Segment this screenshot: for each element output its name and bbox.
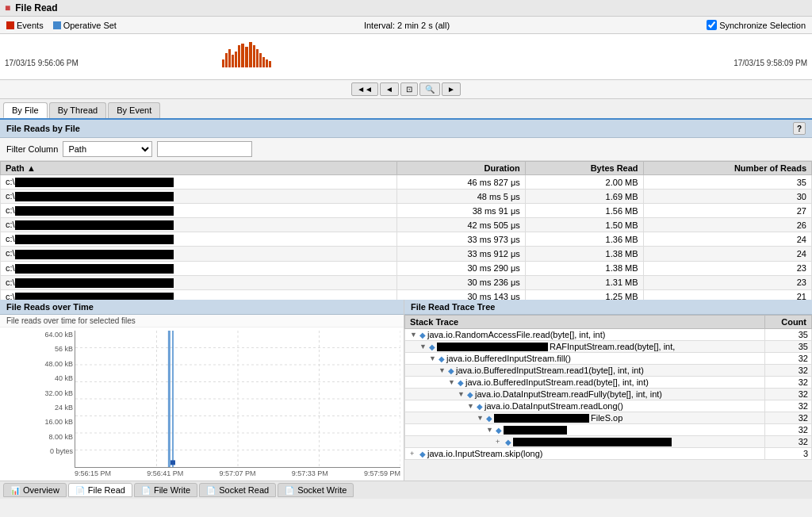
reads-over-time-title: File Reads over Time bbox=[6, 302, 94, 312]
path-cell: c:\ bbox=[1, 190, 397, 204]
bytes-cell: 1.38 MB bbox=[525, 247, 643, 261]
nav-back-far[interactable]: ◄◄ bbox=[351, 82, 378, 96]
trace-row[interactable]: + ◆ java.io.InputStream.skip(long) 3 bbox=[405, 448, 812, 460]
trace-icon: ◆ bbox=[486, 414, 492, 423]
filter-bar: Filter Column Path Duration Bytes Read N… bbox=[0, 138, 812, 161]
count-cell: 35 bbox=[765, 341, 812, 353]
socket-write-icon: 📄 bbox=[285, 486, 294, 495]
table-row[interactable]: c:\ 38 ms 91 μs 1.56 MB 27 bbox=[1, 204, 812, 218]
svg-rect-6 bbox=[241, 44, 244, 67]
trace-row[interactable]: + ◆ 32 bbox=[405, 436, 812, 448]
stack-trace-cell: ▼ ◆ java.io.BufferedInputStream.read(byt… bbox=[405, 377, 765, 389]
tab-by-event[interactable]: By Event bbox=[108, 102, 160, 118]
expand-icon[interactable]: ▼ bbox=[419, 343, 427, 350]
svg-rect-7 bbox=[245, 47, 248, 67]
bottom-tab-socket-read[interactable]: 📄 Socket Read bbox=[199, 483, 276, 497]
filter-input[interactable] bbox=[157, 141, 252, 157]
table-row[interactable]: c:\ 48 ms 5 μs 1.69 MB 30 bbox=[1, 190, 812, 204]
expand-icon[interactable]: ▼ bbox=[477, 414, 485, 422]
expand-icon[interactable]: ▼ bbox=[429, 354, 437, 362]
trace-row[interactable]: ▼ ◆ java.io.BufferedInputStream.read(byt… bbox=[405, 377, 812, 389]
sync-checkbox[interactable] bbox=[707, 20, 717, 30]
count-cell: 3 bbox=[765, 448, 812, 460]
expand-icon[interactable]: + bbox=[496, 438, 504, 446]
operative-legend-box bbox=[53, 21, 61, 29]
bottom-tab-file-write[interactable]: 📄 File Write bbox=[134, 483, 197, 497]
overview-icon: 📊 bbox=[10, 486, 20, 495]
path-cell: c:\ bbox=[1, 218, 397, 232]
trace-icon: ◆ bbox=[439, 354, 445, 363]
col-duration[interactable]: Duration bbox=[397, 162, 526, 175]
bottom-tab-file-read[interactable]: 📄 File Read bbox=[68, 483, 132, 497]
path-cell: c:\ bbox=[1, 175, 397, 190]
col-count[interactable]: Count bbox=[765, 316, 812, 329]
nav-zoom-fit[interactable]: ⊡ bbox=[400, 82, 418, 96]
trace-row[interactable]: ▼ ◆ java.io.BufferedInputStream.fill() 3… bbox=[405, 353, 812, 365]
trace-table: Stack Trace Count ▼ ◆ java.io.RandomAcce… bbox=[404, 315, 812, 460]
reads-cell: 23 bbox=[643, 261, 811, 275]
title-icon: ■ bbox=[5, 2, 10, 13]
bytes-cell: 1.38 MB bbox=[525, 261, 643, 275]
trace-row[interactable]: ▼ ◆ java.io.BufferedInputStream.read1(by… bbox=[405, 365, 812, 377]
right-panel: File Read Trace Tree Stack Trace Count ▼… bbox=[404, 300, 812, 481]
tab-by-thread[interactable]: By Thread bbox=[49, 102, 107, 118]
trace-row[interactable]: ▼ ◆ java.io.DataInputStream.readLong() 3… bbox=[405, 400, 812, 412]
expand-icon[interactable]: ▼ bbox=[448, 378, 456, 386]
svg-rect-5 bbox=[238, 45, 240, 67]
count-cell: 32 bbox=[765, 365, 812, 377]
timeline-container: 17/03/15 9:56:06 PM 17/03/15 9:58:09 PM bbox=[0, 34, 812, 80]
table-row[interactable]: c:\ 42 ms 505 μs 1.50 MB 26 bbox=[1, 218, 812, 232]
expand-icon[interactable]: ▼ bbox=[486, 426, 494, 434]
trace-row[interactable]: ▼ ◆ FileS.op 32 bbox=[405, 412, 812, 424]
table-row[interactable]: c:\ 33 ms 912 μs 1.38 MB 24 bbox=[1, 247, 812, 261]
expand-icon[interactable]: + bbox=[410, 450, 418, 458]
table-row[interactable]: c:\ 46 ms 827 μs 2.00 MB 35 bbox=[1, 175, 812, 190]
sync-label: Synchronize Selection bbox=[719, 21, 806, 30]
timeline-start: 17/03/15 9:56:06 PM bbox=[5, 59, 79, 67]
sync-selection[interactable]: Synchronize Selection bbox=[707, 20, 806, 30]
stack-trace-cell: ▼ ◆ java.io.BufferedInputStream.read1(by… bbox=[405, 365, 765, 377]
reads-cell: 24 bbox=[643, 247, 811, 261]
trace-row[interactable]: ▼ ◆ java.io.DataInputStream.readFully(by… bbox=[405, 389, 812, 400]
col-num-reads[interactable]: Number of Reads bbox=[643, 162, 811, 175]
trace-row[interactable]: ▼ ◆ 32 bbox=[405, 424, 812, 436]
file-reads-table-container: Path ▲ Duration Bytes Read Number of Rea… bbox=[0, 161, 812, 300]
bottom-panels: File Reads over Time File reads over tim… bbox=[0, 300, 812, 481]
y-label-4: 32.00 kB bbox=[40, 389, 73, 397]
expand-icon[interactable]: ▼ bbox=[458, 390, 465, 398]
chart-inner bbox=[75, 331, 400, 468]
nav-back[interactable]: ◄ bbox=[380, 82, 399, 96]
y-label-1: 56 kB bbox=[40, 345, 73, 353]
table-row[interactable]: c:\ 30 ms 236 μs 1.31 MB 23 bbox=[1, 275, 812, 289]
trace-row[interactable]: ▼ ◆ java.io.RandomAccessFile.read(byte[]… bbox=[405, 329, 812, 341]
col-bytes-read[interactable]: Bytes Read bbox=[525, 162, 643, 175]
expand-icon[interactable]: ▼ bbox=[439, 366, 446, 374]
bottom-tab-overview[interactable]: 📊 Overview bbox=[3, 483, 67, 497]
y-axis-labels: 64.00 kB 56 kB 48.00 kB 40 kB 32.00 kB 2… bbox=[40, 331, 75, 468]
y-label-7: 8.00 kB bbox=[40, 433, 73, 441]
table-row[interactable]: c:\ 30 ms 290 μs 1.38 MB 23 bbox=[1, 261, 812, 275]
bottom-tab-socket-write[interactable]: 📄 Socket Write bbox=[278, 483, 354, 497]
col-path[interactable]: Path ▲ bbox=[1, 162, 397, 175]
expand-icon[interactable]: ▼ bbox=[467, 402, 475, 410]
expand-icon[interactable]: ▼ bbox=[410, 331, 418, 339]
path-cell: c:\ bbox=[1, 289, 397, 300]
file-write-icon: 📄 bbox=[141, 486, 151, 495]
svg-rect-4 bbox=[235, 52, 237, 67]
svg-rect-11 bbox=[259, 53, 262, 67]
count-cell: 32 bbox=[765, 377, 812, 389]
path-cell: c:\ bbox=[1, 204, 397, 218]
nav-zoom[interactable]: 🔍 bbox=[419, 82, 440, 96]
reads-cell: 23 bbox=[643, 275, 811, 289]
table-row[interactable]: c:\ 30 ms 143 μs 1.25 MB 21 bbox=[1, 289, 812, 300]
trace-tree-container: Stack Trace Count ▼ ◆ java.io.RandomAcce… bbox=[404, 315, 812, 481]
table-row[interactable]: c:\ 33 ms 973 μs 1.36 MB 24 bbox=[1, 232, 812, 247]
duration-cell: 33 ms 912 μs bbox=[397, 247, 526, 261]
nav-forward[interactable]: ► bbox=[442, 82, 461, 96]
col-stack-trace[interactable]: Stack Trace bbox=[405, 316, 765, 329]
trace-row[interactable]: ▼ ◆ RAFInputStream.read(byte[], int, 35 bbox=[405, 341, 812, 353]
tab-by-file[interactable]: By File bbox=[3, 102, 48, 118]
filter-column-select[interactable]: Path Duration Bytes Read Number of Reads bbox=[63, 141, 152, 157]
help-button[interactable]: ? bbox=[793, 122, 806, 135]
nav-controls: ◄◄ ◄ ⊡ 🔍 ► bbox=[0, 80, 812, 99]
